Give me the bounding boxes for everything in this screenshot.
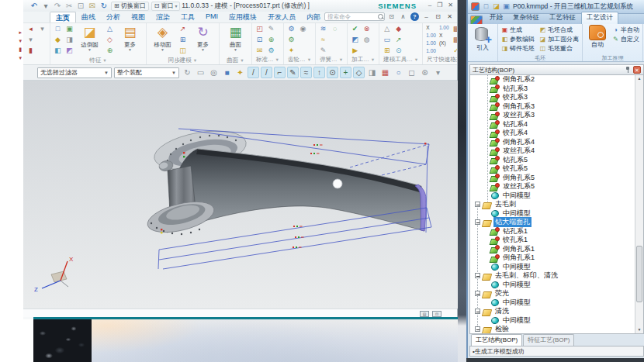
snap-point-icon[interactable]: ○ <box>393 67 404 78</box>
ribbon-chip[interactable]: 1.00 <box>425 40 437 47</box>
graphics-viewport[interactable]: X Z <box>23 81 458 309</box>
ribbon-icon[interactable]: ◉ <box>298 24 308 34</box>
ribbon-icon[interactable]: ▩ <box>452 24 457 34</box>
expander-icon[interactable] <box>475 202 480 207</box>
snap-point-icon[interactable]: ⌐ <box>274 67 286 78</box>
tree-item[interactable]: 倒角孔系4 <box>470 138 635 147</box>
cut-icon[interactable]: ✂ <box>64 2 74 11</box>
refresh-icon[interactable]: ↻ <box>99 2 109 11</box>
ribbon-icon[interactable]: ◆ <box>393 24 403 34</box>
scroll-up-icon[interactable]: ▲ <box>635 75 643 82</box>
snap-point-icon[interactable]: ≈ <box>300 67 312 78</box>
app-icon[interactable] <box>471 2 480 11</box>
ribbon-icon[interactable]: ⊞ <box>178 35 188 45</box>
ribbon-icon[interactable]: ⚙ <box>266 46 276 56</box>
snap-point-icon[interactable]: ▭ <box>195 67 206 78</box>
doc-restore-icon[interactable]: ⊡ <box>434 12 442 21</box>
ribbon-icon[interactable]: ▩ <box>452 35 457 45</box>
capp-tab-工艺特征[interactable]: 工艺特征 <box>545 12 580 24</box>
selection-scope-dropdown[interactable]: 整个装配▼ <box>114 67 179 78</box>
tab-主页[interactable]: 主页 <box>50 12 76 22</box>
ribbon-icon[interactable]: ◨ <box>64 35 74 45</box>
ribbon-icon[interactable]: ⊞ <box>382 46 392 56</box>
tab-渲染[interactable]: 渲染 <box>151 12 175 22</box>
tree-item[interactable]: 铰孔系5 <box>470 164 635 174</box>
copy-icon[interactable]: ⊡ <box>76 2 85 11</box>
tab-PMI[interactable]: PMI <box>200 12 223 22</box>
snap-point-icon[interactable]: ⊛ <box>419 67 431 78</box>
snap-point-icon[interactable]: / <box>248 67 259 78</box>
tab-应用模块[interactable]: 应用模块 <box>223 12 262 22</box>
ribbon-icon[interactable]: ✎ <box>266 24 276 34</box>
tree-item[interactable]: 钻孔系1 <box>470 227 635 236</box>
bottom-tab-工艺结构(BOP)[interactable]: 工艺结构(BOP) <box>471 334 522 346</box>
ribbon-icon[interactable]: ⊙ <box>393 46 403 56</box>
ribbon-icon[interactable]: ◰ <box>254 24 265 34</box>
ribbon-icon[interactable]: ▶ <box>350 46 360 56</box>
snap-point-icon[interactable]: ◎ <box>208 67 220 78</box>
expander-icon[interactable] <box>475 326 480 332</box>
minimize-ribbon-icon[interactable]: ∧ <box>399 12 407 21</box>
tab-内部[interactable]: 内部 <box>301 12 326 22</box>
snap-point-icon[interactable]: ▦ <box>379 67 391 78</box>
window-menu-button[interactable]: ⊡窗口▾ <box>151 2 181 11</box>
ribbon-icon[interactable]: □ <box>53 24 63 34</box>
capp-button-参数编辑[interactable]: ◧参数编辑 <box>500 34 536 43</box>
minimize-icon[interactable]: – <box>428 2 431 9</box>
ribbon-chip[interactable]: X <box>438 32 450 39</box>
capp-tab-复杂特征[interactable]: 复杂特征 <box>508 12 544 24</box>
ribbon-button-更多[interactable]: ▤更多▼ <box>116 24 144 57</box>
ribbon-icon[interactable]: ↗ <box>178 24 188 34</box>
tree-item[interactable]: 铰孔系4 <box>470 129 635 138</box>
snap-point-icon[interactable]: ◻ <box>406 67 417 78</box>
tab-视图[interactable]: 视图 <box>126 12 151 22</box>
ribbon-icon[interactable]: ▾ <box>26 35 36 45</box>
expander-icon[interactable] <box>475 273 480 278</box>
ribbon-icon[interactable]: ✉ <box>254 46 265 56</box>
panel-close-icon[interactable]: ✕ <box>633 66 641 74</box>
snap-point-icon[interactable]: / <box>261 67 272 78</box>
ribbon-icon[interactable]: ⚙ <box>286 35 296 45</box>
import-button[interactable]: 引入 <box>469 25 496 54</box>
ribbon-chip[interactable]: 1.00 <box>425 47 437 54</box>
ribbon-icon[interactable]: ≋ <box>318 24 328 34</box>
ribbon-icon[interactable]: ◫ <box>178 46 188 56</box>
tree-item[interactable]: 钻大端面孔 <box>470 218 635 227</box>
capp-button-铸件毛坯[interactable]: ◨铸件毛坯 <box>500 43 536 53</box>
command-search-input[interactable] <box>324 12 385 21</box>
ribbon-icon[interactable]: ✦ <box>286 46 296 56</box>
undo-icon[interactable]: ↶ <box>29 2 39 11</box>
ribbon-icon[interactable]: ▮ <box>26 46 36 56</box>
capp-tab-开始[interactable]: 开始 <box>485 12 507 24</box>
doc-close-icon[interactable]: ✕ <box>445 12 454 21</box>
tree-item[interactable]: 去毛刺、标印、清洗 <box>470 271 635 281</box>
tree-item[interactable]: 荧光 <box>470 289 635 298</box>
tree-item[interactable]: 倒角孔系1 <box>470 253 635 263</box>
restore-window-icon[interactable]: ⊡ <box>432 311 441 317</box>
open-file-icon[interactable]: ◪ <box>492 2 500 11</box>
tree-item[interactable]: 钻孔系5 <box>470 156 635 165</box>
snap-point-icon[interactable]: + <box>340 67 351 78</box>
scrollbar-thumb[interactable] <box>636 246 642 302</box>
ribbon-icon[interactable]: ✔ <box>350 24 360 34</box>
redo-icon[interactable]: ↷ <box>53 2 62 11</box>
window-icon[interactable]: ⊡ <box>387 12 396 21</box>
tree-item[interactable]: 攻丝孔系5 <box>470 182 635 191</box>
tree-item[interactable]: 攻丝孔系4 <box>470 147 635 156</box>
tree-item[interactable]: 倒角孔系3 <box>470 102 635 112</box>
ribbon-icon[interactable]: △ <box>382 24 392 34</box>
ribbon-icon[interactable]: ◍ <box>362 35 372 45</box>
tree-scrollbar[interactable]: ▲ ▼ <box>635 75 643 333</box>
selection-filter-dropdown[interactable]: 无选择过滤器▼ <box>37 67 112 78</box>
snap-point-icon[interactable]: ⊙ <box>327 67 338 78</box>
tree-item[interactable]: 铰孔系1 <box>470 236 635 245</box>
snap-point-icon[interactable]: ◇ <box>353 67 365 78</box>
ribbon-icon[interactable]: ◆ <box>53 35 63 45</box>
ribbon-chip[interactable]: 1.00 <box>425 32 437 39</box>
doc-minimize-icon[interactable]: – <box>422 12 431 21</box>
expander-icon[interactable] <box>475 291 480 296</box>
ribbon-button-曲面[interactable]: ▦曲面▼ <box>222 24 249 57</box>
tree-item[interactable]: 钻孔系4 <box>470 120 635 129</box>
ribbon-icon[interactable]: ◧ <box>53 46 63 56</box>
restore-bar-icon[interactable]: ▤ <box>420 311 429 317</box>
